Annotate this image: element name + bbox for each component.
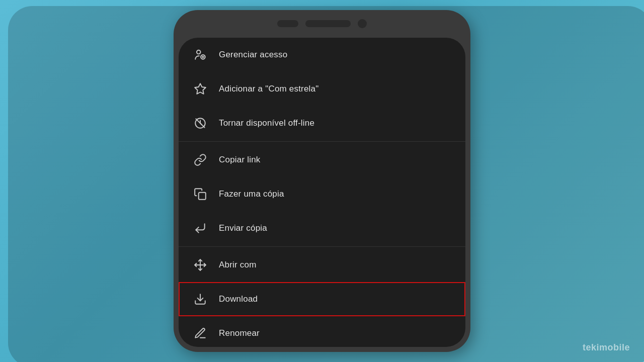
divider-1: [179, 141, 465, 142]
link-icon: [193, 152, 208, 167]
menu-label-download: Download: [219, 294, 258, 304]
menu-label-copiar-link: Copiar link: [219, 155, 261, 165]
menu-label-adicionar-estrela: Adicionar a "Com estrela": [219, 84, 318, 94]
phone-screen: Gerenciar acesso Adicionar a "Com estrel…: [179, 38, 465, 347]
menu-item-fazer-copia[interactable]: Fazer uma cópia: [179, 177, 465, 211]
open-with-icon: [193, 257, 208, 273]
manage-access-icon: [193, 47, 208, 62]
speaker-left: [277, 20, 298, 27]
menu-item-adicionar-estrela[interactable]: Adicionar a "Com estrela": [179, 72, 465, 106]
phone-top-bezel: [277, 19, 367, 28]
menu-item-tornar-disponivel[interactable]: Tornar disponível off-line: [179, 106, 465, 140]
menu-label-tornar-disponivel: Tornar disponível off-line: [219, 118, 314, 128]
menu-item-download[interactable]: Download: [179, 282, 465, 316]
camera-dot: [358, 19, 367, 28]
menu-label-enviar-copia: Enviar cópia: [219, 223, 267, 233]
svg-rect-5: [199, 193, 206, 200]
rename-icon: [193, 326, 208, 341]
menu-label-renomear: Renomear: [219, 328, 260, 338]
context-menu: Gerenciar acesso Adicionar a "Com estrel…: [179, 38, 465, 347]
menu-item-gerenciar-acesso[interactable]: Gerenciar acesso: [179, 38, 465, 72]
menu-label-gerenciar-acesso: Gerenciar acesso: [219, 50, 287, 60]
phone-wrapper: Gerenciar acesso Adicionar a "Com estrel…: [174, 10, 470, 352]
copy-icon: [193, 187, 208, 202]
download-icon: [193, 292, 208, 307]
offline-icon: [193, 116, 208, 131]
star-icon: [193, 81, 208, 97]
menu-item-renomear[interactable]: Renomear: [179, 316, 465, 347]
menu-label-fazer-copia: Fazer uma cópia: [219, 189, 284, 199]
menu-item-enviar-copia[interactable]: Enviar cópia: [179, 211, 465, 245]
divider-2: [179, 246, 465, 247]
watermark: tekimobile: [583, 342, 630, 353]
svg-marker-2: [195, 83, 206, 94]
menu-item-copiar-link[interactable]: Copiar link: [179, 143, 465, 177]
menu-label-abrir-com: Abrir com: [219, 260, 257, 270]
menu-item-abrir-com[interactable]: Abrir com: [179, 248, 465, 282]
phone-frame: Gerenciar acesso Adicionar a "Com estrel…: [174, 10, 470, 352]
speaker-center: [305, 20, 351, 27]
svg-point-0: [197, 50, 201, 54]
share-icon: [193, 221, 208, 236]
